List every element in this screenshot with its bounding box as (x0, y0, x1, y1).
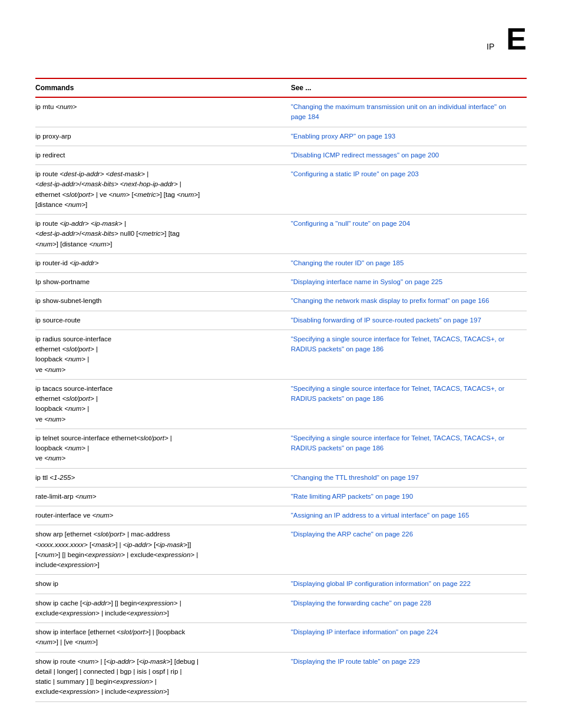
see-cell[interactable]: "Specifying a single source interface fo… (291, 379, 527, 429)
commands-table: Commands See ... ip mtu <num>"Changing t… (35, 79, 527, 702)
see-link[interactable]: "Specifying a single source interface fo… (291, 335, 505, 353)
table-row: ip mtu <num>"Changing the maximum transm… (35, 97, 527, 127)
table-row: ip proxy-arp"Enabling proxy ARP" on page… (35, 127, 527, 146)
see-cell[interactable]: "Displaying IP interface information" on… (291, 623, 527, 653)
command-cell: show ip (35, 575, 291, 594)
table-row: ip route <dest-ip-addr> <dest-mask> |<de… (35, 165, 527, 215)
see-link[interactable]: "Rate limiting ARP packets" on page 190 (291, 493, 413, 500)
table-row: ip radius source-interfaceethernet <slot… (35, 330, 527, 379)
table-row: show ip"Displaying global IP configurati… (35, 575, 527, 594)
table-row: ip route <ip-addr> <ip-mask> |<dest-ip-a… (35, 215, 527, 254)
table-row: ip telnet source-interface ethernet<slot… (35, 429, 527, 468)
see-link[interactable]: "Configuring a static IP route" on page … (291, 170, 419, 177)
see-link[interactable]: "Changing the network mask display to pr… (291, 297, 490, 304)
see-cell[interactable]: "Specifying a single source interface fo… (291, 429, 527, 468)
see-link[interactable]: "Disabling forwarding of IP source-route… (291, 317, 481, 324)
see-cell[interactable]: "Rate limiting ARP packets" on page 190 (291, 487, 527, 506)
see-cell[interactable]: "Changing the TTL threshold" on page 197 (291, 468, 527, 487)
see-link[interactable]: "Displaying interface name in Syslog" on… (291, 278, 443, 285)
command-cell: ip route <ip-addr> <ip-mask> |<dest-ip-a… (35, 215, 291, 254)
see-link[interactable]: "Changing the TTL threshold" on page 197 (291, 474, 419, 481)
command-cell: Ip show-portname (35, 273, 291, 292)
table-row: rate-limit-arp <num>"Rate limiting ARP p… (35, 487, 527, 506)
command-cell: show ip interface [ethernet <slot/port>]… (35, 623, 291, 653)
command-cell: ip route <dest-ip-addr> <dest-mask> |<de… (35, 165, 291, 215)
see-link[interactable]: "Enabling proxy ARP" on page 193 (291, 133, 396, 140)
command-cell: ip radius source-interfaceethernet <slot… (35, 330, 291, 379)
see-link[interactable]: "Displaying the ARP cache" on page 226 (291, 531, 413, 538)
see-link[interactable]: "Assigning an IP address to a virtual in… (291, 512, 470, 519)
see-cell[interactable]: "Configuring a "null" route" on page 204 (291, 215, 527, 254)
table-row: show ip route <num> | [<ip-addr> [<ip-ma… (35, 652, 527, 701)
command-cell: ip source-route (35, 311, 291, 330)
table-row: show arp [ethernet <slot/port> | mac-add… (35, 525, 527, 575)
command-cell: router-interface ve <num> (35, 506, 291, 525)
see-cell[interactable]: "Configuring a static IP route" on page … (291, 165, 527, 215)
command-cell: rate-limit-arp <num> (35, 487, 291, 506)
see-cell[interactable]: "Specifying a single source interface fo… (291, 330, 527, 379)
command-cell: ip ttl <1-255> (35, 468, 291, 487)
header-ip-label: IP (487, 42, 494, 51)
page-header: IP E (35, 24, 527, 60)
see-cell[interactable]: "Disabling ICMP redirect messages" on pa… (291, 146, 527, 164)
command-cell: show ip route <num> | [<ip-addr> [<ip-ma… (35, 652, 291, 701)
see-cell[interactable]: "Enabling proxy ARP" on page 193 (291, 127, 527, 146)
see-cell[interactable]: "Displaying the ARP cache" on page 226 (291, 525, 527, 575)
see-link[interactable]: "Disabling ICMP redirect messages" on pa… (291, 151, 439, 159)
table-row: Ip show-portname"Displaying interface na… (35, 273, 527, 292)
command-cell: ip mtu <num> (35, 97, 291, 127)
col-commands: Commands (35, 79, 291, 97)
table-row: router-interface ve <num>"Assigning an I… (35, 506, 527, 525)
command-cell: show arp [ethernet <slot/port> | mac-add… (35, 525, 291, 575)
command-cell: ip proxy-arp (35, 127, 291, 146)
see-link[interactable]: "Displaying IP interface information" on… (291, 628, 438, 635)
table-row: ip redirect"Disabling ICMP redirect mess… (35, 146, 527, 164)
see-cell[interactable]: "Displaying interface name in Syslog" on… (291, 273, 527, 292)
command-cell: ip redirect (35, 146, 291, 164)
command-cell: ip router-id <ip-addr> (35, 253, 291, 272)
see-link[interactable]: "Displaying the IP route table" on page … (291, 658, 420, 665)
see-cell[interactable]: "Displaying the IP route table" on page … (291, 652, 527, 701)
see-cell[interactable]: "Displaying the forwarding cache" on pag… (291, 594, 527, 623)
see-link[interactable]: "Displaying global IP configuration info… (291, 580, 471, 587)
see-link[interactable]: "Changing the router ID" on page 185 (291, 259, 404, 266)
see-link[interactable]: "Configuring a "null" route" on page 204 (291, 220, 410, 227)
command-cell: ip tacacs source-interfaceethernet <slot… (35, 379, 291, 429)
see-link[interactable]: "Displaying the forwarding cache" on pag… (291, 599, 431, 607)
see-cell[interactable]: "Disabling forwarding of IP source-route… (291, 311, 527, 330)
table-row: show ip interface [ethernet <slot/port>]… (35, 623, 527, 653)
command-cell: ip telnet source-interface ethernet<slot… (35, 429, 291, 468)
command-cell: show ip cache [<ip-addr>] [| begin<expre… (35, 594, 291, 623)
table-header-row: Commands See ... (35, 79, 527, 97)
table-row: show ip cache [<ip-addr>] [| begin<expre… (35, 594, 527, 623)
table-row: ip ttl <1-255>"Changing the TTL threshol… (35, 468, 527, 487)
see-link[interactable]: "Specifying a single source interface fo… (291, 434, 505, 452)
see-cell[interactable]: "Displaying global IP configuration info… (291, 575, 527, 594)
command-cell: ip show-subnet-length (35, 292, 291, 311)
see-cell[interactable]: "Assigning an IP address to a virtual in… (291, 506, 527, 525)
col-see: See ... (291, 79, 527, 97)
see-cell[interactable]: "Changing the maximum transmission unit … (291, 97, 527, 127)
table-row: ip show-subnet-length"Changing the netwo… (35, 292, 527, 311)
table-row: ip source-route"Disabling forwarding of … (35, 311, 527, 330)
header-letter: E (506, 24, 527, 54)
table-row: ip router-id <ip-addr>"Changing the rout… (35, 253, 527, 272)
see-cell[interactable]: "Changing the network mask display to pr… (291, 292, 527, 311)
see-link[interactable]: "Specifying a single source interface fo… (291, 385, 505, 402)
see-link[interactable]: "Changing the maximum transmission unit … (291, 103, 507, 120)
see-cell[interactable]: "Changing the router ID" on page 185 (291, 253, 527, 272)
table-row: ip tacacs source-interfaceethernet <slot… (35, 379, 527, 429)
